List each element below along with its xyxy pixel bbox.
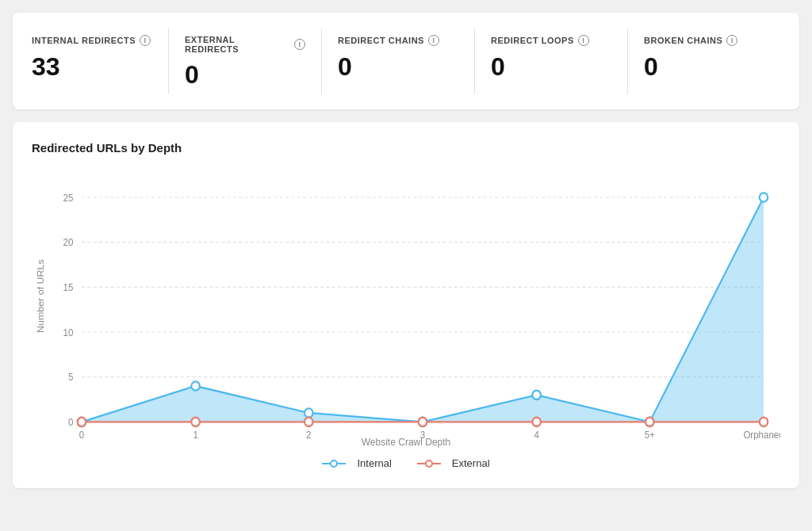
metric-block-internal-redirects: INTERNAL REDIRECTS i33: [32, 29, 169, 94]
metric-value-internal-redirects: 33: [32, 54, 152, 79]
metric-label-internal-redirects: INTERNAL REDIRECTS i: [32, 35, 152, 46]
metric-block-redirect-chains: REDIRECT CHAINS i0: [322, 29, 475, 94]
metric-block-external-redirects: EXTERNAL REDIRECTS i0: [169, 29, 322, 94]
svg-text:5: 5: [68, 372, 74, 384]
svg-point-25: [532, 418, 540, 426]
svg-text:25: 25: [63, 192, 74, 204]
svg-point-27: [760, 418, 768, 426]
chart-container: 0 5 10 15 20 25 Number of URLs: [32, 170, 780, 440]
metric-label-external-redirects: EXTERNAL REDIRECTS i: [185, 35, 305, 54]
svg-text:Orphaned: Orphaned: [743, 429, 780, 440]
svg-point-16: [304, 408, 312, 417]
svg-point-18: [532, 391, 540, 399]
legend-internal: Internal: [322, 457, 391, 469]
chart-card: Redirected URLs by Depth 0 5 10 15 20 25…: [13, 122, 799, 488]
info-icon-external-redirects[interactable]: i: [294, 39, 305, 50]
svg-text:10: 10: [63, 327, 74, 338]
legend-internal-label: Internal: [357, 457, 391, 469]
info-icon-internal-redirects[interactable]: i: [140, 35, 151, 46]
svg-text:15: 15: [63, 281, 74, 293]
legend-external-label: External: [452, 457, 490, 469]
svg-text:Number of URLs: Number of URLs: [35, 259, 45, 333]
svg-point-15: [191, 381, 199, 390]
metric-label-redirect-chains: REDIRECT CHAINS i: [338, 35, 458, 46]
svg-point-22: [191, 418, 199, 426]
metric-label-broken-chains: BROKEN CHAINS i: [644, 35, 764, 46]
chart-title: Redirected URLs by Depth: [32, 141, 780, 155]
info-icon-broken-chains[interactable]: i: [726, 35, 737, 46]
svg-text:0: 0: [68, 416, 74, 428]
chart-svg: 0 5 10 15 20 25 Number of URLs: [32, 170, 780, 440]
svg-text:20: 20: [63, 237, 74, 249]
metric-block-redirect-loops: REDIRECT LOOPS i0: [475, 29, 628, 94]
metrics-card: INTERNAL REDIRECTS i33EXTERNAL REDIRECTS…: [13, 13, 799, 109]
metric-value-redirect-loops: 0: [491, 54, 611, 79]
svg-text:5+: 5+: [645, 429, 655, 440]
chart-legend: Internal External: [32, 457, 780, 469]
legend-external: External: [417, 457, 490, 469]
metric-value-external-redirects: 0: [185, 62, 305, 87]
info-icon-redirect-loops[interactable]: i: [578, 35, 589, 46]
svg-point-20: [760, 193, 768, 201]
svg-point-26: [645, 418, 653, 426]
svg-point-21: [78, 418, 86, 426]
svg-marker-13: [82, 197, 764, 422]
svg-text:2: 2: [306, 429, 312, 440]
metric-block-broken-chains: BROKEN CHAINS i0: [628, 29, 780, 94]
svg-text:4: 4: [534, 429, 539, 440]
svg-text:0: 0: [79, 429, 85, 440]
metric-label-redirect-loops: REDIRECT LOOPS i: [491, 35, 611, 46]
svg-point-24: [419, 418, 427, 426]
svg-text:3: 3: [420, 429, 426, 440]
metric-value-broken-chains: 0: [644, 54, 764, 79]
svg-text:1: 1: [193, 429, 198, 440]
metric-value-redirect-chains: 0: [338, 54, 458, 79]
info-icon-redirect-chains[interactable]: i: [428, 35, 439, 46]
svg-point-23: [304, 418, 312, 426]
